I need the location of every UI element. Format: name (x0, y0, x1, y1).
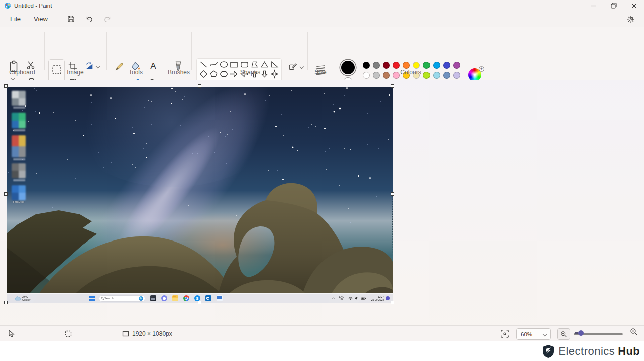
resize-handle-ne[interactable] (391, 84, 394, 88)
palette-colour-swatch[interactable] (423, 72, 430, 79)
zoom-out-icon (560, 331, 567, 338)
desktop-icon[interactable] (12, 135, 27, 160)
palette-colour-swatch[interactable] (373, 62, 380, 69)
shape-rectangle-icon[interactable] (229, 60, 239, 69)
pencil-tool[interactable] (115, 62, 124, 71)
outlook-icon[interactable] (205, 295, 211, 301)
palette-colour-swatch[interactable] (423, 62, 430, 69)
palette-colour-swatch[interactable] (393, 62, 400, 69)
shape-pentagon-icon[interactable] (208, 69, 219, 79)
chrome-icon[interactable] (183, 295, 189, 301)
shape-diamond-icon[interactable] (198, 69, 208, 79)
bing-icon[interactable]: b (139, 296, 143, 301)
palette-colour-swatch[interactable] (443, 62, 450, 69)
desktop-icon[interactable] (12, 113, 27, 131)
shape-outline-button[interactable] (288, 62, 297, 71)
paste-dropdown[interactable] (11, 77, 14, 80)
statusbar: 1920 × 1080px 60% (0, 325, 644, 341)
rotate-dropdown[interactable] (96, 65, 99, 68)
save-button[interactable] (64, 13, 79, 25)
tray-chevron-icon[interactable] (332, 297, 335, 300)
palette-colour-swatch[interactable] (453, 72, 460, 79)
brand-text-light: Electronics (558, 345, 615, 358)
rock-formation (7, 177, 393, 303)
menu-view[interactable]: View (28, 13, 54, 25)
shape-oval-icon[interactable] (219, 60, 229, 69)
ribbon-divider (166, 32, 166, 70)
zoom-slider-thumb[interactable] (578, 330, 584, 336)
canvas-selection-frame[interactable]: FontDrop 28°C Cloudy Search b (6, 86, 393, 303)
language-indicator[interactable]: ENG IN (337, 296, 346, 301)
canvas-size-icon (122, 330, 129, 337)
shape-arrow-down-icon[interactable] (260, 69, 270, 79)
bright-star (339, 107, 341, 110)
palette-colour-swatch[interactable] (413, 62, 420, 69)
palette-colour-swatch[interactable] (373, 72, 380, 79)
palette-colour-swatch[interactable] (453, 62, 460, 69)
weather-widget[interactable]: 28°C Cloudy (15, 293, 52, 303)
shape-rounded-rectangle-icon[interactable] (239, 60, 249, 69)
desktop-dark-icon[interactable] (150, 295, 156, 301)
workspace[interactable]: FontDrop 28°C Cloudy Search b (0, 80, 644, 325)
resize-handle-e[interactable] (391, 192, 394, 196)
minimize-button[interactable] (584, 0, 604, 11)
palette-colour-swatch[interactable] (363, 72, 370, 79)
menu-file[interactable]: File (4, 13, 27, 25)
bright-star (292, 146, 294, 148)
restore-button[interactable] (604, 0, 624, 11)
brand-text-bold: Hub (618, 345, 640, 358)
shape-line-icon[interactable] (198, 60, 208, 69)
palette-colour-swatch[interactable] (433, 72, 440, 79)
resize-handle-sw[interactable] (4, 301, 8, 304)
shape-triangle-icon[interactable] (260, 60, 270, 69)
shape-polygon-icon[interactable] (249, 60, 259, 69)
zoom-out-button[interactable] (557, 328, 570, 340)
colour1-swatch[interactable] (341, 61, 355, 74)
redo-button[interactable] (100, 13, 115, 25)
canvas-image[interactable]: FontDrop 28°C Cloudy Search b (7, 87, 393, 303)
shape-right-triangle-icon[interactable] (270, 60, 280, 69)
palette-colour-swatch[interactable] (383, 62, 390, 69)
list-app-icon[interactable] (217, 295, 223, 301)
resize-handle-nw[interactable] (4, 84, 8, 88)
battery-icon[interactable] (361, 297, 366, 300)
shape-curve-icon[interactable] (208, 60, 219, 69)
palette-colour-swatch[interactable] (403, 62, 410, 69)
desktop-icon[interactable]: FontDrop (12, 185, 27, 205)
settings-button[interactable] (624, 13, 638, 25)
palette-colour-swatch[interactable] (393, 72, 400, 79)
shape-outline-dropdown[interactable] (300, 65, 303, 68)
clock[interactable]: 12:27 25-09-2023 (368, 296, 384, 301)
volume-icon[interactable] (355, 296, 359, 300)
desktop-icon-label-blur (13, 158, 25, 160)
window-title: Untitled - Paint (14, 3, 52, 9)
paint-window: Untitled - Paint File View (0, 0, 644, 361)
palette-colour-swatch[interactable] (363, 62, 370, 69)
rotate-button[interactable] (84, 62, 94, 71)
taskbar-search[interactable]: Search b (99, 295, 145, 302)
palette-colour-swatch[interactable] (433, 62, 440, 69)
shape-arrow-right-icon[interactable] (229, 69, 239, 79)
desktop-icon[interactable] (12, 163, 27, 181)
resize-handle-n[interactable] (198, 84, 201, 88)
file-explorer-icon[interactable] (172, 295, 178, 301)
resize-handle-w[interactable] (4, 192, 8, 196)
text-tool[interactable]: A (148, 61, 158, 71)
undo-button[interactable] (82, 13, 97, 25)
desktop-icon[interactable] (12, 91, 27, 109)
chat-icon[interactable] (161, 295, 167, 301)
desktop-icon-label-blur (13, 107, 25, 109)
resize-handle-s[interactable] (198, 301, 201, 304)
wifi-icon[interactable] (348, 297, 353, 300)
fit-screen-button[interactable] (500, 329, 509, 340)
zoom-level-select[interactable]: 60% (516, 328, 551, 340)
zoom-in-button[interactable] (630, 328, 638, 338)
shape-hexagon-icon[interactable] (219, 69, 229, 79)
palette-colour-swatch[interactable] (443, 72, 450, 79)
close-button[interactable] (624, 0, 644, 11)
resize-handle-se[interactable] (391, 301, 394, 304)
notification-badge[interactable] (386, 296, 390, 300)
palette-colour-swatch[interactable] (383, 72, 390, 79)
shape-four-point-star-icon[interactable] (270, 69, 280, 79)
windows-start-button[interactable] (89, 296, 95, 301)
